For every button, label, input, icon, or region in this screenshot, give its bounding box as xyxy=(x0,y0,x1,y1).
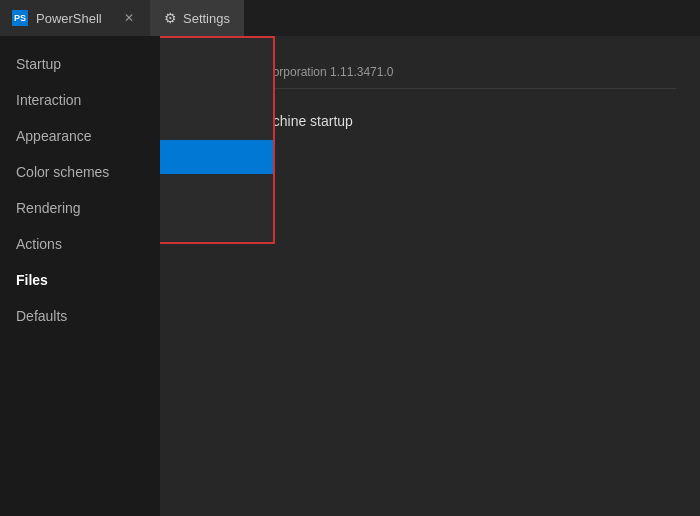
profile-dropdown: PS Windows PowerShell C:\ Command Prompt… xyxy=(160,36,275,244)
sidebar-item-files[interactable]: Files xyxy=(0,262,160,298)
sidebar-item-startup[interactable]: Startup xyxy=(0,46,160,82)
dropdown-item-ubuntu[interactable]: 🐧 Ubuntu xyxy=(160,174,273,208)
sidebar-item-rendering[interactable]: Rendering xyxy=(0,190,160,226)
tab-close-button[interactable]: ✕ xyxy=(120,9,138,27)
tab-powershell-label: PowerShell xyxy=(36,11,102,26)
dropdown-item-ubuntu-18[interactable]: 🐧 Ubuntu-18.04 xyxy=(160,208,273,242)
dropdown-item-azure-cloud-shell[interactable]: Azure Cloud Shell xyxy=(160,106,273,140)
gear-icon: ⚙ xyxy=(164,10,177,26)
tab-settings[interactable]: ⚙ Settings xyxy=(150,0,244,36)
main-content: Startup Interaction Appearance Color sch… xyxy=(0,36,700,516)
tab-powershell[interactable]: PS PowerShell ✕ xyxy=(0,0,150,36)
powershell-tab-icon: PS xyxy=(12,10,28,26)
sidebar-item-interaction[interactable]: Interaction xyxy=(0,82,160,118)
sidebar-item-color-schemes[interactable]: Color schemes xyxy=(0,154,160,190)
tab-settings-label: Settings xyxy=(183,11,230,26)
sidebar-item-defaults[interactable]: Defaults xyxy=(0,298,160,334)
dropdown-item-command-prompt[interactable]: C:\ Command Prompt xyxy=(160,72,273,106)
sidebar-item-appearance[interactable]: Appearance xyxy=(0,118,160,154)
dropdown-item-windows-powershell[interactable]: PS Windows PowerShell xyxy=(160,38,273,72)
sidebar-item-actions[interactable]: Actions xyxy=(0,226,160,262)
right-panel: PS Windows PowerShell C:\ Command Prompt… xyxy=(160,36,700,516)
title-bar: PS PowerShell ✕ ⚙ Settings xyxy=(0,0,700,36)
sidebar: Startup Interaction Appearance Color sch… xyxy=(0,36,160,516)
dropdown-item-powershell[interactable]: PS PowerShell xyxy=(160,140,273,174)
